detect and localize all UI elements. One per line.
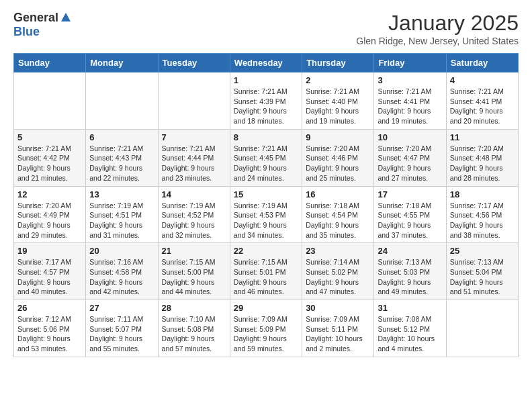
day-info: Sunrise: 7:21 AM Sunset: 4:39 PM Dayligh… [234, 87, 298, 126]
calendar-table: SundayMondayTuesdayWednesdayThursdayFrid… [13, 53, 519, 357]
day-number: 25 [450, 246, 515, 256]
calendar-week-0: 1Sunrise: 7:21 AM Sunset: 4:39 PM Daylig… [14, 73, 519, 130]
day-info: Sunrise: 7:19 AM Sunset: 4:51 PM Dayligh… [89, 201, 154, 240]
calendar-week-4: 26Sunrise: 7:12 AM Sunset: 5:06 PM Dayli… [14, 300, 519, 357]
day-info: Sunrise: 7:11 AM Sunset: 5:07 PM Dayligh… [89, 314, 154, 354]
calendar-cell: 11Sunrise: 7:20 AM Sunset: 4:48 PM Dayli… [446, 129, 518, 186]
day-info: Sunrise: 7:12 AM Sunset: 5:06 PM Dayligh… [17, 314, 82, 354]
calendar-cell: 4Sunrise: 7:21 AM Sunset: 4:41 PM Daylig… [446, 73, 518, 130]
logo-blue: Blue [13, 25, 40, 38]
day-info: Sunrise: 7:18 AM Sunset: 4:55 PM Dayligh… [378, 201, 442, 240]
day-number: 28 [162, 303, 226, 313]
calendar-cell: 27Sunrise: 7:11 AM Sunset: 5:07 PM Dayli… [86, 300, 158, 357]
calendar-cell: 14Sunrise: 7:19 AM Sunset: 4:52 PM Dayli… [158, 186, 230, 243]
day-number: 3 [378, 75, 442, 85]
day-info: Sunrise: 7:19 AM Sunset: 4:53 PM Dayligh… [234, 201, 298, 240]
day-header-friday: Friday [374, 54, 446, 73]
day-number: 6 [89, 132, 154, 142]
day-number: 21 [162, 246, 226, 256]
calendar-cell: 23Sunrise: 7:14 AM Sunset: 5:02 PM Dayli… [302, 243, 374, 300]
calendar-cell: 18Sunrise: 7:17 AM Sunset: 4:56 PM Dayli… [446, 186, 518, 243]
day-number: 2 [306, 75, 370, 85]
calendar-cell: 24Sunrise: 7:13 AM Sunset: 5:03 PM Dayli… [374, 243, 446, 300]
calendar-cell: 2Sunrise: 7:21 AM Sunset: 4:40 PM Daylig… [302, 73, 374, 130]
calendar-cell: 13Sunrise: 7:19 AM Sunset: 4:51 PM Dayli… [86, 186, 158, 243]
calendar-cell: 19Sunrise: 7:17 AM Sunset: 4:57 PM Dayli… [14, 243, 86, 300]
day-number: 24 [378, 246, 442, 256]
logo-triangle-icon [60, 12, 71, 26]
calendar-header-row: SundayMondayTuesdayWednesdayThursdayFrid… [14, 54, 519, 73]
day-info: Sunrise: 7:21 AM Sunset: 4:44 PM Dayligh… [162, 144, 226, 183]
calendar-cell: 7Sunrise: 7:21 AM Sunset: 4:44 PM Daylig… [158, 129, 230, 186]
calendar-cell: 26Sunrise: 7:12 AM Sunset: 5:06 PM Dayli… [14, 300, 86, 357]
day-info: Sunrise: 7:10 AM Sunset: 5:08 PM Dayligh… [162, 314, 226, 354]
day-header-tuesday: Tuesday [158, 54, 230, 73]
day-info: Sunrise: 7:21 AM Sunset: 4:41 PM Dayligh… [450, 87, 515, 126]
day-info: Sunrise: 7:13 AM Sunset: 5:03 PM Dayligh… [378, 257, 442, 297]
day-info: Sunrise: 7:21 AM Sunset: 4:41 PM Dayligh… [378, 87, 442, 126]
calendar-week-3: 19Sunrise: 7:17 AM Sunset: 4:57 PM Dayli… [14, 243, 519, 300]
calendar-cell: 15Sunrise: 7:19 AM Sunset: 4:53 PM Dayli… [230, 186, 302, 243]
calendar-cell [446, 300, 518, 357]
calendar-week-1: 5Sunrise: 7:21 AM Sunset: 4:42 PM Daylig… [14, 129, 519, 186]
month-title: January 2025 [356, 11, 519, 36]
day-number: 9 [306, 132, 370, 142]
calendar-cell: 16Sunrise: 7:18 AM Sunset: 4:54 PM Dayli… [302, 186, 374, 243]
day-number: 26 [17, 303, 82, 313]
page: General Blue January 2025 Glen Ridge, Ne… [0, 0, 532, 368]
title-block: January 2025 Glen Ridge, New Jersey, Uni… [356, 11, 519, 46]
calendar-cell: 22Sunrise: 7:15 AM Sunset: 5:01 PM Dayli… [230, 243, 302, 300]
day-info: Sunrise: 7:15 AM Sunset: 5:01 PM Dayligh… [234, 257, 298, 297]
day-number: 4 [450, 75, 515, 85]
calendar-cell: 20Sunrise: 7:16 AM Sunset: 4:58 PM Dayli… [86, 243, 158, 300]
day-number: 29 [234, 303, 298, 313]
day-info: Sunrise: 7:08 AM Sunset: 5:12 PM Dayligh… [378, 314, 442, 354]
day-number: 27 [89, 303, 154, 313]
calendar-cell: 6Sunrise: 7:21 AM Sunset: 4:43 PM Daylig… [86, 129, 158, 186]
logo: General Blue [13, 11, 71, 39]
calendar-cell: 25Sunrise: 7:13 AM Sunset: 5:04 PM Dayli… [446, 243, 518, 300]
day-number: 11 [450, 132, 515, 142]
day-header-thursday: Thursday [302, 54, 374, 73]
location-subtitle: Glen Ridge, New Jersey, United States [356, 36, 519, 46]
day-number: 5 [17, 132, 82, 142]
day-number: 19 [17, 246, 82, 256]
day-number: 10 [378, 132, 442, 142]
calendar-cell [158, 73, 230, 130]
day-info: Sunrise: 7:16 AM Sunset: 4:58 PM Dayligh… [89, 257, 154, 297]
svg-marker-0 [61, 13, 71, 21]
calendar-cell: 31Sunrise: 7:08 AM Sunset: 5:12 PM Dayli… [374, 300, 446, 357]
day-info: Sunrise: 7:18 AM Sunset: 4:54 PM Dayligh… [306, 201, 370, 240]
calendar-cell: 10Sunrise: 7:20 AM Sunset: 4:47 PM Dayli… [374, 129, 446, 186]
header: General Blue January 2025 Glen Ridge, Ne… [13, 11, 519, 46]
calendar-cell: 17Sunrise: 7:18 AM Sunset: 4:55 PM Dayli… [374, 186, 446, 243]
calendar-cell: 5Sunrise: 7:21 AM Sunset: 4:42 PM Daylig… [14, 129, 86, 186]
day-number: 17 [378, 189, 442, 199]
calendar-cell [86, 73, 158, 130]
day-info: Sunrise: 7:20 AM Sunset: 4:48 PM Dayligh… [450, 144, 515, 183]
day-number: 18 [450, 189, 515, 199]
calendar-cell: 29Sunrise: 7:09 AM Sunset: 5:09 PM Dayli… [230, 300, 302, 357]
logo-general: General [13, 11, 58, 25]
day-info: Sunrise: 7:17 AM Sunset: 4:57 PM Dayligh… [17, 257, 82, 297]
calendar-cell: 28Sunrise: 7:10 AM Sunset: 5:08 PM Dayli… [158, 300, 230, 357]
day-number: 31 [378, 303, 442, 313]
day-number: 16 [306, 189, 370, 199]
day-info: Sunrise: 7:21 AM Sunset: 4:40 PM Dayligh… [306, 87, 370, 126]
calendar-cell: 1Sunrise: 7:21 AM Sunset: 4:39 PM Daylig… [230, 73, 302, 130]
day-number: 1 [234, 75, 298, 85]
day-header-monday: Monday [86, 54, 158, 73]
calendar-cell [14, 73, 86, 130]
day-info: Sunrise: 7:21 AM Sunset: 4:42 PM Dayligh… [17, 144, 82, 183]
calendar-cell: 9Sunrise: 7:20 AM Sunset: 4:46 PM Daylig… [302, 129, 374, 186]
calendar-cell: 8Sunrise: 7:21 AM Sunset: 4:45 PM Daylig… [230, 129, 302, 186]
calendar-cell: 12Sunrise: 7:20 AM Sunset: 4:49 PM Dayli… [14, 186, 86, 243]
day-info: Sunrise: 7:19 AM Sunset: 4:52 PM Dayligh… [162, 201, 226, 240]
day-header-saturday: Saturday [446, 54, 518, 73]
day-info: Sunrise: 7:14 AM Sunset: 5:02 PM Dayligh… [306, 257, 370, 297]
day-number: 22 [234, 246, 298, 256]
calendar-week-2: 12Sunrise: 7:20 AM Sunset: 4:49 PM Dayli… [14, 186, 519, 243]
day-info: Sunrise: 7:20 AM Sunset: 4:49 PM Dayligh… [17, 201, 82, 240]
day-number: 8 [234, 132, 298, 142]
day-info: Sunrise: 7:21 AM Sunset: 4:45 PM Dayligh… [234, 144, 298, 183]
